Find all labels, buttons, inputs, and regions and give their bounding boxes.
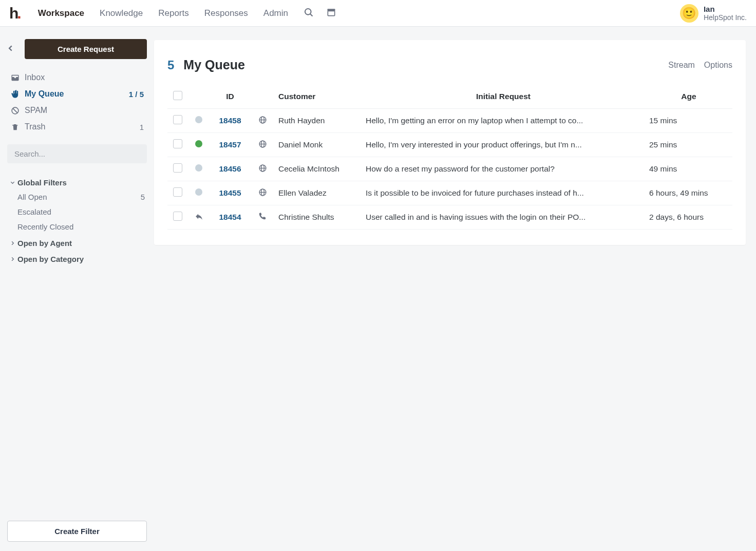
initial-request-text: Hello, I'm getting an error on my laptop…: [366, 116, 602, 125]
nav-item-admin[interactable]: Admin: [263, 8, 288, 18]
svg-point-0: [305, 9, 311, 15]
initial-request-text: How do a reset my password for the custo…: [366, 164, 602, 174]
nav-item-reports[interactable]: Reports: [158, 8, 189, 18]
globe-icon: [258, 164, 267, 173]
request-id-link[interactable]: 18455: [219, 188, 241, 197]
sidebar-item-label: SPAM: [25, 106, 144, 115]
request-id-link[interactable]: 18458: [219, 116, 241, 125]
request-age: 15 mins: [645, 109, 732, 133]
nav-items: WorkspaceKnowledgeReportsResponsesAdmin: [38, 8, 288, 18]
column-initial-request[interactable]: Initial Request: [362, 85, 645, 109]
search-icon[interactable]: [304, 7, 314, 19]
request-age: 25 mins: [645, 133, 732, 157]
row-checkbox[interactable]: [173, 163, 182, 173]
row-checkbox[interactable]: [173, 115, 182, 124]
initial-request-text: User called in and is having issues with…: [366, 213, 602, 222]
sidebar-item-label: My Queue: [25, 89, 129, 99]
filter-item-count: 5: [141, 193, 145, 201]
filter-group-label: Global Filters: [17, 178, 67, 187]
search-input[interactable]: [7, 144, 147, 163]
status-indicator: [195, 164, 202, 172]
customer-name: Ruth Hayden: [274, 109, 362, 133]
nav-item-workspace[interactable]: Workspace: [38, 8, 84, 18]
column-age[interactable]: Age: [645, 85, 732, 109]
queue-count: 5: [167, 58, 174, 72]
customer-name: Christine Shults: [274, 205, 362, 230]
svg-line-1: [310, 14, 312, 16]
customer-name: Cecelia McIntosh: [274, 157, 362, 181]
globe-icon: [258, 116, 267, 124]
nav-item-knowledge[interactable]: Knowledge: [100, 8, 143, 18]
create-request-button[interactable]: Create Request: [25, 39, 147, 59]
request-age: 2 days, 6 hours: [645, 205, 732, 230]
filter-group-label: Open by Agent: [17, 239, 72, 248]
panel-action-stream[interactable]: Stream: [668, 61, 695, 70]
avatar: 🙂: [680, 4, 698, 23]
table-row[interactable]: 18454Christine ShultsUser called in and …: [167, 205, 732, 230]
queue-table: ID Customer Initial Request Age 18458Rut…: [167, 85, 732, 230]
inbox-icon: [10, 73, 20, 82]
row-checkbox[interactable]: [173, 139, 182, 148]
request-id-link[interactable]: 18454: [219, 213, 241, 221]
user-menu[interactable]: 🙂 Ian HelpSpot Inc.: [680, 4, 747, 23]
filter-item-label: Recently Closed: [17, 222, 145, 231]
sidebar-item-my-queue[interactable]: My Queue1 / 5: [7, 86, 147, 102]
logo[interactable]: h.: [9, 5, 21, 22]
sidebar-item-spam[interactable]: SPAM: [7, 102, 147, 119]
top-nav: h. WorkspaceKnowledgeReportsResponsesAdm…: [0, 0, 756, 27]
globe-icon: [258, 188, 267, 197]
sidebar-item-trash[interactable]: Trash1: [7, 119, 147, 135]
column-id[interactable]: ID: [210, 85, 251, 109]
filter-group-global-filters[interactable]: Global Filters: [7, 176, 147, 189]
panel-action-options[interactable]: Options: [704, 61, 732, 70]
sidebar-item-label: Trash: [25, 122, 140, 131]
status-indicator: [195, 140, 202, 147]
table-row[interactable]: 18455Ellen ValadezIs it possible to be i…: [167, 181, 732, 205]
status-indicator: [195, 188, 202, 196]
column-customer[interactable]: Customer: [274, 85, 362, 109]
globe-icon: [258, 140, 267, 148]
sidebar-item-count: 1: [140, 123, 144, 131]
sidebar-item-inbox[interactable]: Inbox: [7, 69, 147, 86]
request-age: 6 hours, 49 mins: [645, 181, 732, 205]
row-checkbox[interactable]: [173, 212, 182, 221]
request-id-link[interactable]: 18456: [219, 164, 241, 173]
initial-request-text: Is it possible to be invoiced for future…: [366, 188, 602, 198]
archive-icon[interactable]: [326, 7, 336, 19]
user-company: HelpSpot Inc.: [704, 13, 747, 22]
nav-item-responses[interactable]: Responses: [204, 8, 248, 18]
filter-item-label: Escalated: [17, 207, 145, 216]
initial-request-text: Hello, I'm very interested in your produ…: [366, 140, 602, 149]
create-filter-button[interactable]: Create Filter: [7, 521, 147, 542]
sidebar-item-label: Inbox: [25, 73, 144, 82]
customer-name: Ellen Valadez: [274, 181, 362, 205]
trash-icon: [10, 123, 20, 131]
filter-group-open-by-agent[interactable]: Open by Agent: [7, 236, 147, 250]
svg-rect-3: [328, 11, 334, 16]
request-age: 49 mins: [645, 157, 732, 181]
table-row[interactable]: 18456Cecelia McIntoshHow do a reset my p…: [167, 157, 732, 181]
back-icon[interactable]: [7, 45, 17, 53]
filter-group-open-by-category[interactable]: Open by Category: [7, 252, 147, 266]
svg-line-5: [12, 108, 17, 112]
page-title: My Queue: [183, 58, 668, 72]
queue-panel: 5 My Queue StreamOptions ID Customer Ini…: [154, 40, 746, 245]
phone-icon: [258, 212, 267, 220]
ban-icon: [10, 106, 20, 115]
request-id-link[interactable]: 18457: [219, 140, 241, 149]
row-checkbox[interactable]: [173, 187, 182, 197]
filter-item-all-open[interactable]: All Open5: [17, 189, 147, 204]
chevron-right-icon: [7, 240, 17, 246]
user-name: Ian: [704, 5, 747, 13]
filter-item-escalated[interactable]: Escalated: [17, 204, 147, 219]
filter-item-recently-closed[interactable]: Recently Closed: [17, 219, 147, 234]
chevron-down-icon: [7, 180, 17, 185]
table-row[interactable]: 18458Ruth HaydenHello, I'm getting an er…: [167, 109, 732, 133]
customer-name: Daniel Monk: [274, 133, 362, 157]
table-row[interactable]: 18457Daniel MonkHello, I'm very interest…: [167, 133, 732, 157]
sidebar: Create Request InboxMy Queue1 / 5SPAMTra…: [0, 27, 154, 551]
select-all-checkbox[interactable]: [173, 91, 182, 100]
chevron-right-icon: [7, 256, 17, 262]
hand-icon: [10, 90, 20, 99]
main: 5 My Queue StreamOptions ID Customer Ini…: [154, 27, 756, 551]
